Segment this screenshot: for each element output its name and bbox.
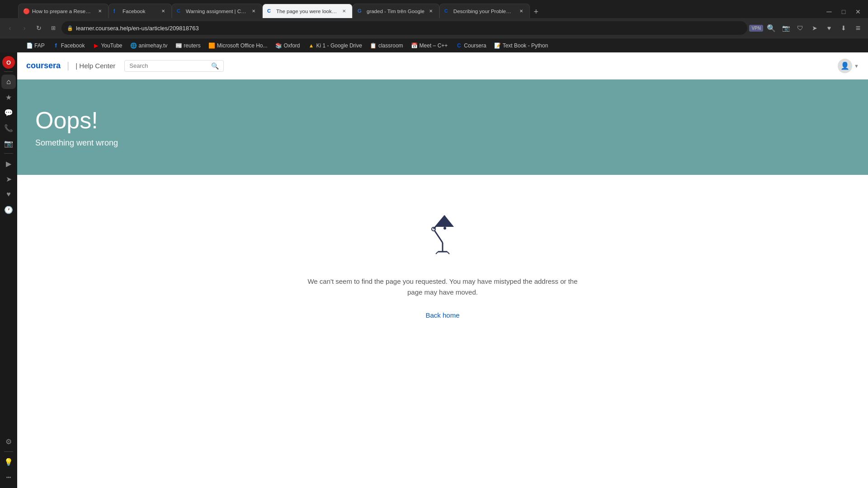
bookmark-msoffice[interactable]: 🟧 Microsoft Office Ho...: [205, 41, 271, 50]
sidebar-item-instagram[interactable]: 📷: [1, 136, 16, 150]
sidebar-item-flow[interactable]: ➤: [1, 172, 16, 186]
coursera-logo-text: coursera: [26, 61, 61, 70]
error-title: Oops!: [35, 107, 850, 134]
bookmark-reuters[interactable]: 📰 reuters: [172, 41, 204, 50]
tab-title-6: Describing your Problem-S...: [453, 9, 515, 14]
search-input[interactable]: [129, 62, 208, 69]
bookmark-ki1[interactable]: ▲ Ki 1 - Google Drive: [305, 41, 366, 50]
tab-close-3[interactable]: ✕: [250, 8, 257, 15]
tab-title-3: Warning assignment | Cour...: [186, 9, 247, 14]
tab-5[interactable]: G graded - Tim trên Google ✕: [353, 4, 439, 18]
tab-title-4: The page you were lookin...: [276, 9, 338, 14]
bookmark-oxford[interactable]: 📚 Oxford: [272, 41, 304, 50]
tab-close-5[interactable]: ✕: [427, 8, 434, 15]
back-button[interactable]: ‹: [4, 22, 16, 34]
camera-icon[interactable]: 📷: [779, 22, 792, 34]
avatar-dropdown-icon[interactable]: ▼: [854, 63, 859, 69]
error-body: We can't seem to find the page you reque…: [17, 175, 868, 488]
bookmarks-heart-icon[interactable]: ♥: [823, 22, 835, 34]
forward-button[interactable]: ›: [18, 22, 31, 34]
sidebar-item-history[interactable]: 🕐: [1, 202, 16, 217]
error-hero: Oops! Something went wrong: [17, 80, 868, 175]
bookmark-animehay[interactable]: 🌐 animehay.tv: [127, 41, 171, 50]
bookmark-youtube[interactable]: ▶ YouTube: [89, 41, 126, 50]
nav-bar: ‹ › ↻ ⊞ 🔒 learner.coursera.help/en-us/ar…: [0, 18, 868, 38]
main-content: coursera | | Help Center 🔍 👤 ▼ Oops! Som…: [17, 52, 868, 488]
minimize-button[interactable]: ─: [823, 5, 835, 18]
svg-line-1: [434, 229, 443, 243]
opera-sidebar: O ⌂ ★ 💬 📞 📷 ▶ ➤ ♥ 🕐 ⚙ 💡 •••: [0, 52, 17, 488]
facebook-icon: f: [53, 42, 59, 49]
tab-favicon-3: C: [177, 8, 183, 14]
help-center-label: | Help Center: [75, 62, 115, 70]
tab-favicon-6: C: [444, 8, 451, 14]
sidebar-item-speeddial[interactable]: ★: [1, 90, 16, 104]
bookmarks-bar: 📄 FAP f Facebook ▶ YouTube 🌐 animehay.tv…: [0, 38, 868, 52]
reload-button[interactable]: ↻: [33, 22, 45, 34]
new-tab-button[interactable]: +: [530, 5, 542, 18]
maximize-button[interactable]: □: [837, 5, 850, 18]
bookmark-coursera[interactable]: C Coursera: [452, 41, 490, 50]
vpn-badge[interactable]: VPN: [749, 25, 763, 32]
sidebar-divider-2: [4, 153, 13, 154]
animehay-icon: 🌐: [131, 42, 137, 49]
coursera-divider: |: [67, 61, 69, 71]
sidebar-item-more[interactable]: •••: [1, 470, 16, 484]
bookmark-facebook[interactable]: f Facebook: [49, 41, 89, 50]
bookmark-youtube-label: YouTube: [101, 42, 122, 49]
tab-close-4[interactable]: ✕: [340, 8, 348, 15]
tab-grid-button[interactable]: ⊞: [47, 22, 60, 34]
bookmark-oxford-label: Oxford: [284, 42, 300, 49]
tab-3[interactable]: C Warning assignment | Cour... ✕: [172, 4, 262, 18]
tab-bar: 🔴 How to prepare a Research... ✕ f Faceb…: [0, 0, 868, 18]
search-icon-nav[interactable]: 🔍: [765, 22, 778, 34]
coursera-bm-icon: C: [456, 42, 462, 49]
coursera-header: coursera | | Help Center 🔍 👤 ▼: [17, 52, 868, 80]
bookmark-reuters-label: reuters: [184, 42, 200, 49]
lock-icon: 🔒: [67, 25, 73, 31]
msoffice-icon: 🟧: [209, 42, 215, 49]
ki1-icon: ▲: [308, 42, 315, 49]
search-box[interactable]: 🔍: [124, 60, 224, 72]
shield-icon[interactable]: 🛡: [794, 22, 807, 34]
sidebar-item-whatsapp[interactable]: 📞: [1, 121, 16, 135]
bookmark-meet[interactable]: 📅 Meet – C++: [408, 41, 452, 50]
tab-title-5: graded - Tim trên Google: [367, 9, 425, 14]
search-button[interactable]: 🔍: [211, 62, 219, 70]
tab-1[interactable]: 🔴 How to prepare a Research... ✕: [18, 4, 108, 18]
bookmark-fap[interactable]: 📄 FAP: [23, 41, 48, 50]
bookmark-facebook-label: Facebook: [61, 42, 85, 49]
downloads-icon[interactable]: ⬇: [837, 22, 850, 34]
tab-close-6[interactable]: ✕: [518, 8, 525, 15]
sidebar-item-tips[interactable]: 💡: [1, 455, 16, 469]
textbook-icon: 📝: [495, 42, 501, 49]
sidebar-divider-1: [4, 71, 13, 72]
back-home-link[interactable]: Back home: [425, 311, 459, 319]
svg-line-8: [447, 252, 449, 254]
sidebar-item-settings[interactable]: ⚙: [1, 434, 16, 449]
tab-close-2[interactable]: ✕: [160, 8, 167, 15]
bookmark-classroom[interactable]: 📋 classroom: [367, 41, 407, 50]
sidebar-item-player[interactable]: ▶: [1, 156, 16, 171]
tab-6[interactable]: C Describing your Problem-S... ✕: [439, 4, 530, 18]
flow-icon[interactable]: ➤: [808, 22, 821, 34]
sidebar-item-home[interactable]: ⌂: [1, 75, 16, 89]
oxford-icon: 📚: [276, 42, 282, 49]
bookmark-coursera-label: Coursera: [464, 42, 486, 49]
url-bar[interactable]: 🔒 learner.coursera.help/en-us/articles/2…: [61, 21, 747, 35]
sidebar-item-messenger[interactable]: 💬: [1, 105, 16, 120]
close-button[interactable]: ✕: [852, 5, 864, 18]
user-avatar[interactable]: 👤: [838, 59, 852, 73]
tab-favicon-1: 🔴: [23, 8, 29, 14]
sidebar-opera-logo[interactable]: O: [2, 56, 15, 69]
tab-close-1[interactable]: ✕: [96, 8, 104, 15]
tab-4[interactable]: C The page you were lookin... ✕: [262, 4, 353, 18]
bookmark-textbook-label: Text Book - Python: [503, 42, 548, 49]
fap-icon: 📄: [26, 42, 33, 49]
sidebar-item-favorites[interactable]: ♥: [1, 187, 16, 202]
bookmark-classroom-label: classroom: [378, 42, 403, 49]
menu-icon[interactable]: ≡: [852, 22, 864, 34]
svg-marker-4: [436, 216, 454, 227]
tab-2[interactable]: f Facebook ✕: [108, 4, 172, 18]
bookmark-textbook[interactable]: 📝 Text Book - Python: [491, 41, 552, 50]
